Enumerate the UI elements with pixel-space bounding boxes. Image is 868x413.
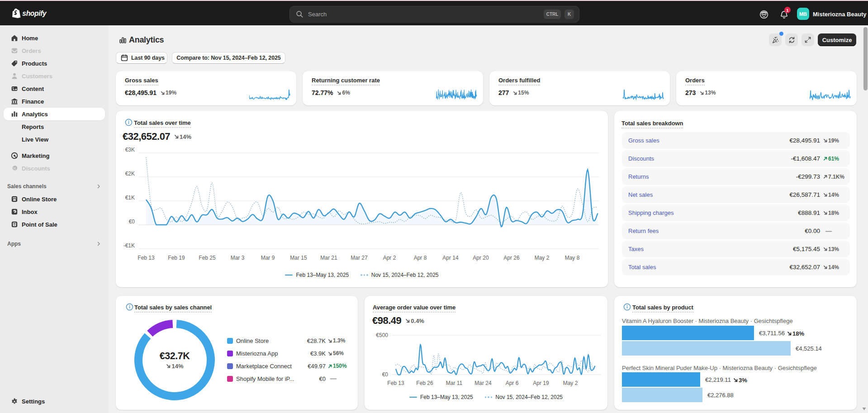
svg-text:shopify: shopify: [22, 9, 47, 17]
